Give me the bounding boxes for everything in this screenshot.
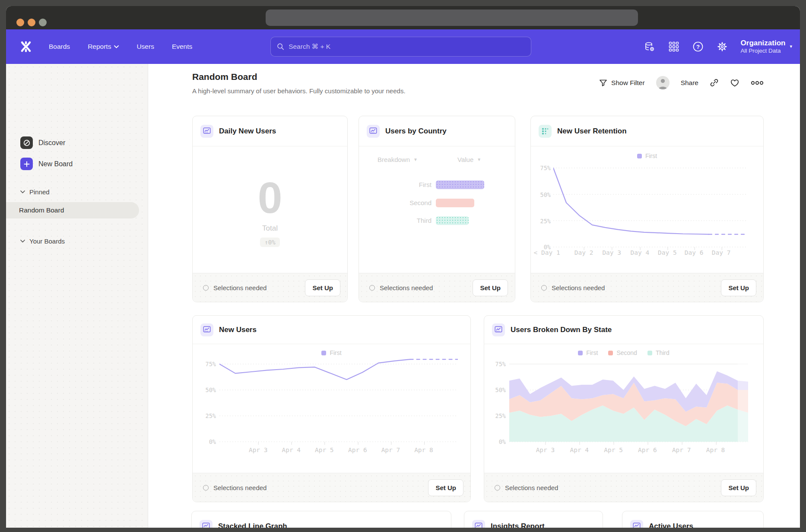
set-up-button[interactable]: Set Up	[473, 279, 508, 296]
card-users-by-country: Users by Country Breakdown▼ Value▼ First…	[359, 116, 515, 302]
apps-grid-icon[interactable]	[668, 41, 679, 52]
status-circle-icon	[203, 285, 209, 291]
y-axis-label: 75%	[531, 165, 551, 171]
desktop-background: Boards Reports Users Events	[0, 0, 806, 532]
sidebar-item-new-board[interactable]: New Board	[20, 158, 73, 170]
set-up-button[interactable]: Set Up	[305, 279, 340, 296]
y-axis-label: 75%	[484, 361, 506, 367]
org-name: Organization	[741, 38, 786, 48]
chevron-down-icon	[20, 190, 25, 193]
chevron-down-icon: ▾	[790, 44, 792, 50]
bar	[436, 216, 469, 225]
chevron-down-icon	[20, 240, 25, 243]
nav-label: Boards	[49, 43, 70, 51]
top-nav: Boards Reports Users Events	[6, 29, 800, 64]
line-chart-icon	[472, 520, 485, 528]
card-insights-report: Insights Report	[464, 511, 603, 528]
share-button[interactable]: Share	[681, 79, 698, 87]
chart-legend: First	[531, 152, 763, 159]
nav-item-users[interactable]: Users	[136, 43, 154, 51]
status: Selections needed	[203, 484, 267, 491]
sidebar-item-random-board[interactable]: Random Board	[6, 202, 139, 218]
browser-window: Boards Reports Users Events	[6, 6, 800, 528]
dropdown-label: Value	[457, 156, 473, 163]
chevron-down-icon: ▼	[477, 157, 481, 162]
kpi-delta-badge: ↑0%	[260, 238, 279, 247]
card-title: Stacked Line Graph	[218, 522, 287, 528]
legend-swatch	[608, 351, 613, 355]
nav-item-reports[interactable]: Reports	[88, 43, 119, 51]
legend-label: Third	[656, 349, 670, 356]
favorite-button[interactable]	[730, 79, 739, 87]
address-bar[interactable]	[266, 10, 638, 26]
y-axis-label: 0%	[484, 438, 506, 445]
chart-legend: FirstSecondThird	[484, 349, 763, 356]
link-icon	[710, 78, 719, 87]
nav-label: Users	[136, 43, 154, 51]
bar-label: First	[419, 181, 432, 188]
status-circle-icon	[203, 485, 209, 491]
page-subtitle: A high-level summary of user behaviors. …	[192, 87, 406, 95]
set-up-button[interactable]: Set Up	[721, 279, 756, 296]
settings-gear-icon[interactable]	[717, 41, 728, 52]
card-title: Users by Country	[385, 127, 447, 136]
status-label: Selections needed	[505, 484, 558, 491]
status-circle-icon	[495, 485, 500, 491]
kpi-label: Total	[262, 224, 278, 233]
more-options-button[interactable]	[751, 81, 764, 85]
section-label: Your Boards	[29, 238, 65, 245]
help-icon[interactable]: ?	[692, 41, 704, 52]
copy-link-button[interactable]	[710, 78, 719, 87]
compass-icon	[20, 136, 33, 149]
plot-area	[553, 163, 748, 254]
svg-text:?: ?	[696, 44, 700, 50]
card-footer: Selections needed Set Up	[484, 473, 763, 502]
status-label: Selections needed	[213, 484, 267, 491]
breakdown-dropdown[interactable]: Breakdown▼	[378, 156, 418, 163]
show-filter-button[interactable]: Show Filter	[599, 79, 645, 87]
traffic-light-minimize[interactable]	[28, 19, 35, 26]
page-title: Random Board	[192, 72, 257, 82]
line-chart-icon	[630, 520, 643, 528]
legend-swatch	[321, 351, 326, 355]
value-dropdown[interactable]: Value▼	[457, 156, 481, 163]
y-axis-label: 0%	[193, 438, 216, 445]
line-chart-icon	[367, 125, 380, 138]
y-axis-label: 50%	[193, 386, 216, 393]
search-input[interactable]	[289, 43, 525, 51]
search-box[interactable]	[270, 37, 531, 57]
bar-label: Third	[417, 217, 432, 224]
legend-item: First	[321, 349, 341, 356]
bar-label: Second	[409, 199, 432, 206]
y-axis-label: 25%	[193, 412, 216, 419]
traffic-light-close[interactable]	[16, 19, 24, 26]
card-users-by-state: Users Broken Down By State FirstSecondTh…	[484, 315, 764, 502]
legend-item: Second	[608, 349, 637, 356]
data-management-icon[interactable]	[644, 41, 655, 52]
set-up-button[interactable]: Set Up	[721, 479, 756, 496]
mixpanel-logo[interactable]	[20, 41, 32, 52]
line-chart-icon	[200, 125, 213, 138]
sidebar-section-your-boards[interactable]: Your Boards	[20, 238, 65, 245]
org-switcher[interactable]: Organization All Project Data ▾	[741, 38, 792, 55]
plus-icon	[20, 158, 33, 170]
card-footer: Selections needed Set Up	[359, 273, 515, 302]
avatar[interactable]	[656, 76, 670, 89]
show-filter-label: Show Filter	[611, 79, 645, 87]
plot-area	[219, 357, 458, 449]
nav-item-events[interactable]: Events	[172, 43, 192, 51]
card-header: Insights Report	[464, 511, 603, 528]
traffic-light-zoom[interactable]	[39, 19, 47, 26]
card-new-users: New Users First75%50%25%0%Apr 3Apr 4Apr …	[192, 315, 471, 502]
sidebar-section-pinned[interactable]: Pinned	[20, 188, 50, 196]
legend-item: First	[578, 349, 598, 356]
set-up-button[interactable]: Set Up	[428, 479, 463, 496]
chart-legend: First	[193, 349, 470, 356]
sidebar-item-discover[interactable]: Discover	[20, 136, 65, 149]
nav-label: Reports	[88, 43, 111, 51]
nav-item-boards[interactable]: Boards	[49, 43, 70, 51]
card-stacked-line-graph: Stacked Line Graph	[191, 511, 451, 528]
sidebar: Discover New Board Pinned Random Board Y…	[6, 64, 148, 528]
legend-label: First	[645, 152, 657, 159]
country-row: First	[359, 180, 515, 189]
